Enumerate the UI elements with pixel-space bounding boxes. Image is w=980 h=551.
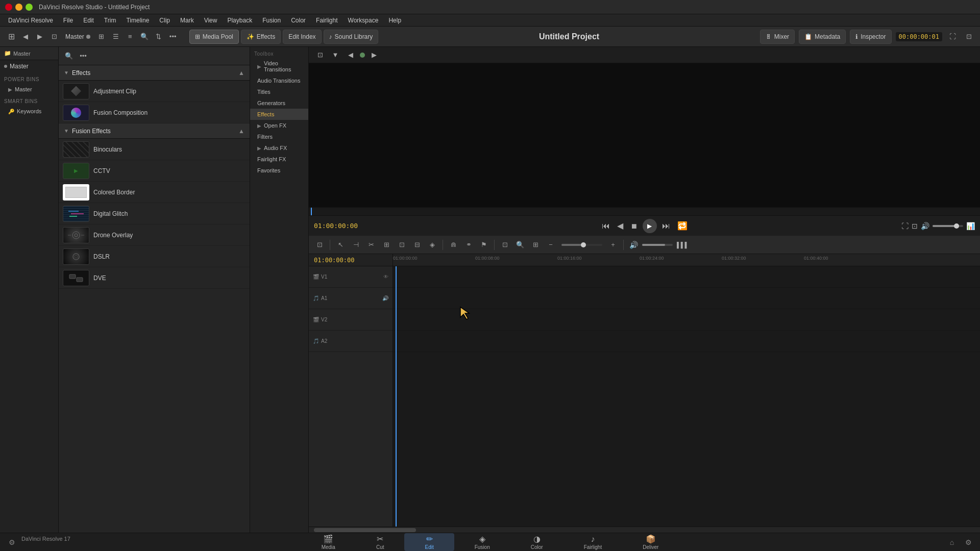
resolve-icon-btn[interactable]: ⚙ (5, 536, 18, 549)
tl-slip-tool[interactable]: ⊡ (395, 238, 408, 252)
colored-border-item[interactable]: Colored Border (59, 182, 250, 203)
toolbox-generators[interactable]: Generators (250, 97, 308, 109)
audio-slider[interactable] (642, 244, 673, 246)
toolbox-audio-transitions[interactable]: Audio Transitions (250, 75, 308, 86)
toolbar-icon-2[interactable]: ⊡ (48, 31, 60, 43)
layout-btn[interactable]: ⊡ (912, 222, 918, 230)
tl-trim-tool[interactable]: ⊣ (349, 238, 362, 252)
play-btn[interactable]: ▶ (643, 219, 657, 233)
effects-tab[interactable]: ✨ Effects (241, 30, 281, 44)
icon-detail[interactable]: ≡ (124, 31, 136, 43)
toolbar-icon-1[interactable]: ⊞ (5, 31, 17, 43)
minimize-button[interactable] (15, 4, 22, 11)
menu-view[interactable]: View (200, 16, 222, 25)
tl-zoom-plus[interactable]: + (606, 238, 620, 252)
layout-icon[interactable]: ⊡ (963, 31, 975, 43)
top-timecode[interactable]: 00:00:00:01 (896, 32, 942, 41)
tl-retime-tool[interactable]: ◈ (426, 238, 439, 252)
menu-color[interactable]: Color (287, 16, 310, 25)
toolbar-back[interactable]: ◀ (19, 31, 32, 43)
menu-fusion[interactable]: Fusion (258, 16, 285, 25)
menu-edit[interactable]: Edit (79, 16, 98, 25)
nav-fairlight[interactable]: ♪ Fairlight (564, 534, 623, 551)
more-options-icon[interactable]: ••• (167, 31, 179, 43)
toolbox-favorites[interactable]: Favorites (250, 165, 308, 176)
menu-playback[interactable]: Playback (223, 16, 256, 25)
toolbox-titles[interactable]: Titles (250, 86, 308, 97)
video-track-2-header[interactable]: 🎬 V2 (309, 309, 393, 331)
audio-track-1-body[interactable] (393, 288, 980, 309)
inspector-btn[interactable]: ℹ Inspector (850, 30, 891, 44)
tl-snapping-tool[interactable]: ⋒ (447, 238, 460, 252)
menu-trim[interactable]: Trim (100, 16, 120, 25)
power-bins-master[interactable]: ▶ Master (0, 84, 58, 94)
menu-help[interactable]: Help (384, 16, 405, 25)
menu-fairlight[interactable]: Fairlight (312, 16, 342, 25)
fusion-effects-section-header[interactable]: ▼ Fusion Effects ▲ (59, 123, 250, 139)
icon-grid[interactable]: ⊞ (95, 31, 108, 43)
tl-zoom-timeline[interactable]: ⊞ (529, 238, 542, 252)
timeline-ruler-right[interactable]: 01:00:00:00 01:00:08:00 01:00:16:00 01:0… (393, 254, 980, 266)
effects-collapse-btn[interactable]: ▲ (238, 69, 244, 77)
audio-track-2-body[interactable] (393, 331, 980, 352)
stop-btn[interactable]: ⏹ (628, 220, 640, 232)
tl-zoom-fit[interactable]: ⊡ (498, 238, 511, 252)
edit-index-tab[interactable]: Edit Index (283, 30, 321, 44)
video-track-2-body[interactable] (393, 309, 980, 331)
menu-workspace[interactable]: Workspace (344, 16, 383, 25)
nav-media[interactable]: 🎬 Media (301, 533, 356, 551)
timeline-scrubber[interactable] (309, 207, 980, 215)
tl-slide-tool[interactable]: ⊞ (380, 238, 393, 252)
nav-deliver[interactable]: 📦 Deliver (622, 533, 679, 551)
nav-edit[interactable]: ✏ Edit (404, 533, 454, 551)
metadata-btn[interactable]: 📋 Metadata (799, 30, 846, 44)
drone-overlay-item[interactable]: Drone Overlay (59, 224, 250, 246)
fusion-composition-item[interactable]: Fusion Composition (59, 102, 250, 123)
tl-flags-tool[interactable]: ⚑ (477, 238, 491, 252)
toolbox-audio-fx[interactable]: ▶ Audio FX (250, 142, 308, 154)
menu-mark[interactable]: Mark (176, 16, 198, 25)
media-pool-tab[interactable]: ⊞ Media Pool (189, 30, 239, 44)
icon-list[interactable]: ☰ (110, 31, 122, 43)
nav-color[interactable]: ◑ Color (510, 533, 564, 551)
audio-track-1-header[interactable]: 🎵 A1 🔊 (309, 288, 393, 309)
scroll-thumb[interactable] (314, 528, 416, 532)
dve-item[interactable]: DVE (59, 267, 250, 289)
mixer-btn[interactable]: 🎚 Mixer (760, 30, 795, 44)
step-back-btn[interactable]: ◀ (615, 219, 625, 233)
close-button[interactable] (5, 4, 12, 11)
timeline-scrollbar[interactable] (309, 527, 980, 533)
cctv-item[interactable]: ▶ CCTV (59, 160, 250, 182)
binoculars-item[interactable]: Binoculars (59, 139, 250, 160)
sort-icon[interactable]: ⇅ (153, 31, 165, 43)
skip-forward-btn[interactable]: ⏭ (660, 219, 672, 233)
tl-select-tool[interactable]: ↖ (334, 238, 347, 252)
maximize-button[interactable] (26, 4, 33, 11)
viewer-prev-btn[interactable]: ◀ (345, 49, 357, 61)
skip-to-start-btn[interactable]: ⏮ (600, 219, 612, 233)
v1-mute-icon[interactable]: 👁 (383, 274, 388, 280)
video-track-1-header[interactable]: 🎬 V1 👁 (309, 266, 393, 288)
toolbox-video-transitions[interactable]: ▶ Video Transitions (250, 58, 308, 75)
nav-cut[interactable]: ✂ Cut (356, 533, 405, 551)
viewer-next-btn[interactable]: ▶ (368, 49, 380, 61)
audio-track-2-header[interactable]: 🎵 A2 (309, 331, 393, 352)
menu-timeline[interactable]: Timeline (122, 16, 153, 25)
fusion-effects-collapse-btn[interactable]: ▲ (238, 128, 244, 135)
a1-mute-icon[interactable]: 🔊 (382, 295, 388, 301)
search-icon[interactable]: 🔍 (138, 31, 151, 43)
tl-blade-tool[interactable]: ✂ (364, 238, 378, 252)
fullscreen-icon[interactable]: ⛶ (946, 31, 959, 43)
viewer-clip-icon[interactable]: ⊡ (314, 49, 326, 61)
content-more-btn[interactable]: ••• (77, 50, 89, 62)
toolbox-filters[interactable]: Filters (250, 131, 308, 142)
fullscreen-btn[interactable]: ⛶ (901, 222, 909, 230)
sound-library-tab[interactable]: ♪ Sound Library (324, 30, 379, 44)
menu-davinci[interactable]: DaVinci Resolve (4, 16, 57, 25)
toolbar-forward[interactable]: ▶ (34, 31, 46, 43)
dslr-item[interactable]: DSLR (59, 246, 250, 267)
settings-btn[interactable]: ⚙ (962, 536, 975, 549)
tl-icon-1[interactable]: ⊡ (313, 238, 326, 252)
toolbox-fairlight-fx[interactable]: Fairlight FX (250, 154, 308, 165)
digital-glitch-item[interactable]: Digital Glitch (59, 203, 250, 224)
